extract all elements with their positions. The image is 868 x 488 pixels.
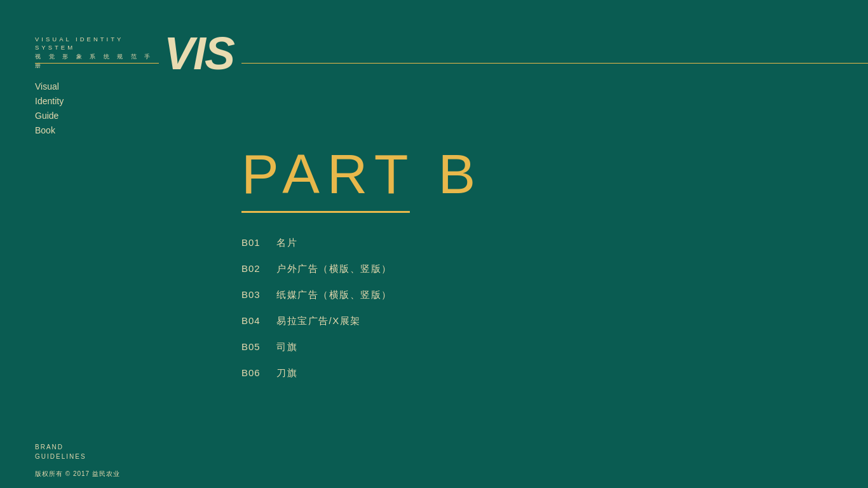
footer-brand: BRAND GUIDELINES [35, 442, 86, 461]
header: VISUAL IDENTITY SYSTEM 视 觉 形 象 系 统 规 范 手… [0, 0, 868, 70]
header-left: VISUAL IDENTITY SYSTEM 视 觉 形 象 系 统 规 范 手… [35, 35, 159, 70]
footer-brand-line1: BRAND [35, 442, 86, 452]
list-code-b02: B02 [241, 263, 276, 274]
list-item: B03 纸媒广告（横版、竖版） [241, 289, 483, 301]
sidebar-nav: Visual Identity Guide Book [35, 79, 64, 138]
list-item: B04 易拉宝广告/X展架 [241, 315, 483, 327]
footer-copyright: 版权所有 © 2017 益民农业 [35, 470, 120, 478]
list-code-b01: B01 [241, 237, 276, 248]
header-divider-right [241, 63, 868, 64]
list-label-b05: 司旗 [276, 341, 297, 353]
list-code-b06: B06 [241, 367, 276, 378]
list-code-b05: B05 [241, 341, 276, 352]
list-label-b04: 易拉宝广告/X展架 [276, 315, 361, 327]
sidebar-item-identity[interactable]: Identity [35, 94, 64, 109]
header-en-text: VISUAL IDENTITY SYSTEM [35, 35, 159, 52]
list-item: B06 刀旗 [241, 367, 483, 379]
list-label-b02: 户外广告（横版、竖版） [276, 263, 392, 275]
list-code-b04: B04 [241, 315, 276, 326]
sidebar-item-guide[interactable]: Guide [35, 109, 64, 123]
list-item: B05 司旗 [241, 341, 483, 353]
sidebar-item-visual[interactable]: Visual [35, 79, 64, 94]
list-item: B01 名片 [241, 237, 483, 249]
list-label-b03: 纸媒广告（横版、竖版） [276, 289, 392, 301]
list-label-b06: 刀旗 [276, 367, 297, 379]
header-divider-left [35, 63, 159, 64]
sidebar-item-book[interactable]: Book [35, 123, 64, 138]
vis-title: VIS [164, 30, 234, 76]
part-title: PART B [241, 146, 483, 202]
list-item: B02 户外广告（横版、竖版） [241, 263, 483, 275]
part-list: B01 名片 B02 户外广告（横版、竖版） B03 纸媒广告（横版、竖版） B… [241, 237, 483, 379]
footer-brand-line2: GUIDELINES [35, 452, 86, 461]
header-cn-text: 视 觉 形 象 系 统 规 范 手 册 [35, 52, 159, 71]
list-label-b01: 名片 [276, 237, 297, 249]
footer: BRAND GUIDELINES 版权所有 © 2017 益民农业 [0, 440, 868, 488]
part-title-underline [241, 211, 410, 213]
list-code-b03: B03 [241, 289, 276, 300]
main-content: PART B B01 名片 B02 户外广告（横版、竖版） B03 纸媒广告（横… [241, 146, 483, 393]
